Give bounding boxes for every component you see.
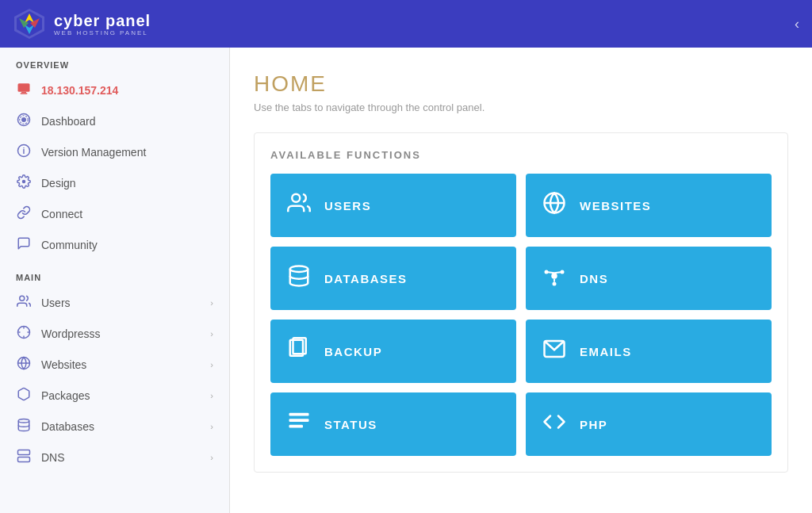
svg-line-33 bbox=[554, 272, 562, 273]
function-label-users: USERS bbox=[324, 199, 371, 212]
dns-func-icon bbox=[542, 264, 567, 293]
sidebar-item-label: Connect bbox=[41, 208, 82, 220]
main-content: HOME Use the tabs to navigate through th… bbox=[230, 48, 812, 513]
svg-rect-38 bbox=[289, 412, 309, 415]
function-label-status: STATUS bbox=[324, 418, 377, 431]
sidebar-item-label: Dashboard bbox=[41, 115, 96, 128]
sidebar-item-databases[interactable]: Databases › bbox=[0, 411, 229, 442]
sidebar-item-connect[interactable]: Connect bbox=[0, 198, 229, 229]
chevron-right-icon: › bbox=[210, 360, 213, 369]
svg-rect-20 bbox=[18, 450, 30, 455]
monitor-icon bbox=[16, 82, 32, 98]
function-label-emails: EMAILS bbox=[580, 345, 632, 358]
sidebar-item-websites[interactable]: Websites › bbox=[0, 349, 229, 380]
sidebar-item-label: Wordpresss bbox=[41, 327, 100, 340]
svg-point-27 bbox=[290, 266, 308, 272]
sidebar-item-wordpress[interactable]: Wordpresss › bbox=[0, 318, 229, 349]
email-func-icon bbox=[542, 337, 567, 366]
function-card-databases[interactable]: DATABASES bbox=[270, 247, 516, 310]
sidebar-item-community[interactable]: Community bbox=[0, 229, 229, 260]
sidebar-item-label: Packages bbox=[41, 389, 90, 402]
function-label-php: PHP bbox=[580, 418, 607, 431]
function-card-dns[interactable]: DNS bbox=[526, 247, 772, 310]
svg-point-24 bbox=[292, 193, 300, 201]
sidebar-item-label: Design bbox=[41, 177, 76, 190]
sidebar-item-label: Version Management bbox=[41, 146, 146, 159]
svg-point-10 bbox=[21, 117, 26, 122]
globe-icon bbox=[16, 356, 32, 373]
function-label-dns: DNS bbox=[580, 272, 608, 285]
sidebar-item-label: DNS bbox=[41, 451, 65, 464]
page-subtitle: Use the tabs to navigate through the con… bbox=[254, 101, 788, 113]
svg-point-19 bbox=[18, 419, 29, 423]
svg-point-15 bbox=[20, 296, 25, 301]
wordpress-icon bbox=[16, 325, 32, 342]
function-card-emails[interactable]: EMAILS bbox=[526, 320, 772, 383]
dashboard-icon bbox=[16, 113, 32, 129]
svg-rect-21 bbox=[18, 457, 30, 462]
app-header: cyber panel WEB HOSTING PANEL ‹ bbox=[0, 0, 812, 48]
function-card-backup[interactable]: BACKUP bbox=[270, 320, 516, 383]
chat-icon bbox=[16, 236, 32, 253]
sidebar-item-dns[interactable]: DNS › bbox=[0, 442, 229, 473]
dns-icon bbox=[16, 449, 32, 465]
functions-section-title: AVAILABLE FUNCTIONS bbox=[270, 149, 772, 161]
link-icon bbox=[16, 205, 32, 222]
svg-point-28 bbox=[551, 273, 557, 279]
function-label-databases: DATABASES bbox=[324, 272, 408, 285]
logo-area: cyber panel WEB HOSTING PANEL bbox=[13, 7, 151, 40]
sidebar-item-label: Databases bbox=[41, 420, 94, 433]
main-section-label: MAIN bbox=[0, 260, 229, 287]
sidebar-item-ip[interactable]: 18.130.157.214 bbox=[0, 75, 229, 105]
sidebar-item-label: Websites bbox=[41, 358, 86, 371]
functions-section: AVAILABLE FUNCTIONS USERS WEBSITES bbox=[254, 132, 788, 473]
sidebar-item-label: Community bbox=[41, 239, 98, 251]
svg-point-14 bbox=[22, 180, 26, 184]
page-title: HOME bbox=[254, 71, 788, 97]
svg-rect-7 bbox=[21, 92, 26, 94]
svg-point-31 bbox=[553, 281, 557, 285]
svg-rect-40 bbox=[289, 424, 304, 427]
logo-text: cyber panel WEB HOSTING PANEL bbox=[54, 12, 151, 36]
users-icon bbox=[16, 294, 32, 311]
sidebar-ip-label: 18.130.157.214 bbox=[41, 84, 118, 97]
sidebar-item-label: Users bbox=[41, 297, 71, 309]
logo-title: cyber panel bbox=[54, 12, 151, 29]
main-layout: OVERVIEW 18.130.157.214 Dashboard i Vers… bbox=[0, 48, 812, 513]
svg-text:i: i bbox=[23, 146, 25, 155]
function-card-websites[interactable]: WEBSITES bbox=[526, 174, 772, 237]
svg-rect-6 bbox=[18, 83, 30, 92]
svg-line-32 bbox=[546, 272, 554, 273]
chevron-right-icon: › bbox=[210, 329, 213, 339]
sidebar-item-version[interactable]: i Version Management bbox=[0, 136, 229, 167]
function-label-backup: BACKUP bbox=[324, 345, 382, 358]
overview-section-label: OVERVIEW bbox=[0, 48, 229, 75]
info-icon: i bbox=[16, 144, 32, 160]
backup-func-icon bbox=[286, 337, 312, 366]
database-icon bbox=[16, 418, 32, 435]
sidebar-item-users[interactable]: Users › bbox=[0, 287, 229, 318]
users-func-icon bbox=[286, 191, 312, 220]
logo-subtitle: WEB HOSTING PANEL bbox=[54, 29, 151, 36]
function-card-php[interactable]: PHP bbox=[526, 392, 772, 456]
sidebar-item-design[interactable]: Design bbox=[0, 167, 229, 198]
function-card-users[interactable]: USERS bbox=[270, 174, 516, 237]
function-label-websites: WEBSITES bbox=[580, 199, 651, 212]
chevron-right-icon: › bbox=[210, 453, 213, 462]
chevron-right-icon: › bbox=[210, 422, 213, 431]
sidebar-item-packages[interactable]: Packages › bbox=[0, 380, 229, 411]
logo-icon bbox=[13, 7, 46, 40]
sidebar-item-dashboard[interactable]: Dashboard bbox=[0, 105, 229, 136]
php-func-icon bbox=[542, 410, 567, 439]
svg-rect-8 bbox=[21, 93, 28, 94]
packages-icon bbox=[16, 387, 32, 404]
database-func-icon bbox=[286, 264, 312, 293]
svg-rect-39 bbox=[289, 419, 309, 422]
functions-grid: USERS WEBSITES DATABASES bbox=[270, 174, 772, 456]
chevron-right-icon: › bbox=[210, 298, 213, 308]
chevron-right-icon: › bbox=[210, 391, 213, 400]
collapse-button[interactable]: ‹ bbox=[795, 16, 799, 33]
status-func-icon bbox=[286, 410, 312, 439]
function-card-status[interactable]: STATUS bbox=[270, 392, 516, 456]
sidebar: OVERVIEW 18.130.157.214 Dashboard i Vers… bbox=[0, 48, 230, 513]
